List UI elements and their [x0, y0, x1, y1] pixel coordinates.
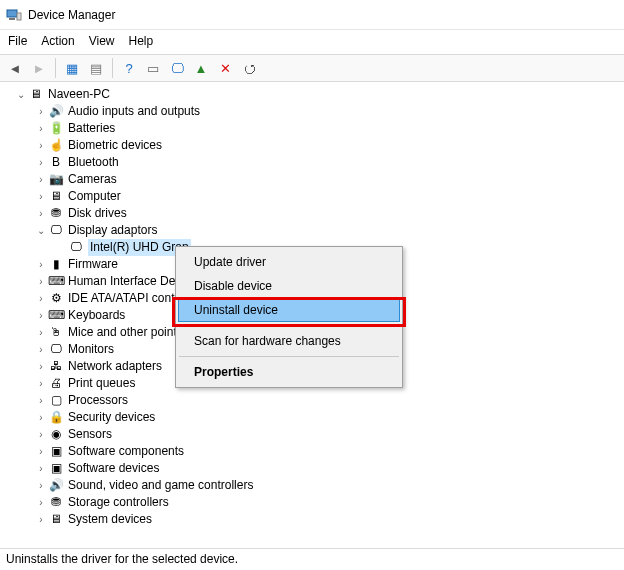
tree-node[interactable]: ›🖥Computer	[6, 188, 622, 205]
expander-icon[interactable]: ›	[34, 443, 48, 460]
menu-update-driver[interactable]: Update driver	[178, 250, 400, 274]
expander-icon[interactable]: ›	[34, 494, 48, 511]
tree-label: Security devices	[68, 409, 155, 426]
menubar: File Action View Help	[0, 30, 624, 54]
menu-uninstall-device[interactable]: Uninstall device	[178, 298, 400, 322]
tree-label: Keyboards	[68, 307, 125, 324]
expander-icon[interactable]: ›	[34, 307, 48, 324]
tree-node[interactable]: ›⛃Disk drives	[6, 205, 622, 222]
tree-node[interactable]: ›☝Biometric devices	[6, 137, 622, 154]
expander-icon[interactable]: ›	[34, 409, 48, 426]
expander-icon[interactable]: ›	[34, 358, 48, 375]
expander-icon[interactable]: ›	[34, 341, 48, 358]
menu-separator	[179, 356, 399, 357]
tree-label: Firmware	[68, 256, 118, 273]
update-scan-icon[interactable]: ⭯	[238, 57, 260, 79]
tree-node[interactable]: ›◉Sensors	[6, 426, 622, 443]
menu-separator	[179, 325, 399, 326]
expander-icon[interactable]: ⌄	[14, 86, 28, 103]
tree-label: Monitors	[68, 341, 114, 358]
tree-node[interactable]: ›🖥System devices	[6, 511, 622, 528]
expander-icon[interactable]: ›	[34, 477, 48, 494]
menu-properties[interactable]: Properties	[178, 360, 400, 384]
tree-node[interactable]: ›BBluetooth	[6, 154, 622, 171]
tree-node[interactable]: ›▢Processors	[6, 392, 622, 409]
expander-icon[interactable]: ›	[34, 137, 48, 154]
expander-icon[interactable]: ›	[34, 426, 48, 443]
svg-rect-2	[17, 13, 21, 20]
menu-help[interactable]: Help	[129, 34, 154, 48]
forward-icon[interactable]: ►	[28, 57, 50, 79]
tree-label: Batteries	[68, 120, 115, 137]
menu-view[interactable]: View	[89, 34, 115, 48]
toolbar: ◄►▦▤?▭🖵▲✕⭯	[0, 54, 624, 82]
battery-icon: 🔋	[48, 121, 64, 137]
sound-icon: 🔊	[48, 478, 64, 494]
tree-label: Print queues	[68, 375, 135, 392]
scan-window-icon[interactable]: ▭	[142, 57, 164, 79]
expander-icon[interactable]: ⌄	[34, 222, 48, 239]
show-hidden-icon[interactable]: ▦	[61, 57, 83, 79]
monitors-icon: 🖵	[48, 342, 64, 358]
firmware-icon: ▮	[48, 257, 64, 273]
tree-label: Display adaptors	[68, 222, 157, 239]
help-icon[interactable]: ?	[118, 57, 140, 79]
tree-node[interactable]: ›🔋Batteries	[6, 120, 622, 137]
tree-label: Bluetooth	[68, 154, 119, 171]
menu-action[interactable]: Action	[41, 34, 74, 48]
tree-label: Software devices	[68, 460, 159, 477]
expander-icon[interactable]: ›	[34, 256, 48, 273]
expander-icon[interactable]: ›	[34, 324, 48, 341]
tree-node[interactable]: ⌄🖵Display adaptors	[6, 222, 622, 239]
expander-icon[interactable]: ›	[34, 375, 48, 392]
monitor-icon[interactable]: 🖵	[166, 57, 188, 79]
tree-node[interactable]: ›🔊Sound, video and game controllers	[6, 477, 622, 494]
audio-icon: 🔊	[48, 104, 64, 120]
tree-label: Sound, video and game controllers	[68, 477, 253, 494]
tree-label: Biometric devices	[68, 137, 162, 154]
expander-icon[interactable]: ›	[34, 154, 48, 171]
expander-icon[interactable]: ›	[34, 120, 48, 137]
system-icon: 🖥	[48, 512, 64, 528]
gpu-icon: 🖵	[68, 240, 84, 256]
properties-icon[interactable]: ▤	[85, 57, 107, 79]
ide-icon: ⚙	[48, 291, 64, 307]
tree-node[interactable]: ›📷Cameras	[6, 171, 622, 188]
tree-node[interactable]: ›⛃Storage controllers	[6, 494, 622, 511]
expander-icon[interactable]: ›	[34, 511, 48, 528]
window-title: Device Manager	[28, 8, 115, 22]
camera-icon: 📷	[48, 172, 64, 188]
tree-node[interactable]: ›▣Software devices	[6, 460, 622, 477]
network-icon: 🖧	[48, 359, 64, 375]
menu-scan-hardware[interactable]: Scan for hardware changes	[178, 329, 400, 353]
menu-file[interactable]: File	[8, 34, 27, 48]
tree-label: Network adapters	[68, 358, 162, 375]
back-icon[interactable]: ◄	[4, 57, 26, 79]
expander-icon[interactable]: ›	[34, 460, 48, 477]
expander-icon[interactable]: ›	[34, 273, 48, 290]
app-icon	[6, 7, 22, 23]
tree-label: Disk drives	[68, 205, 127, 222]
titlebar: Device Manager	[0, 0, 624, 30]
svg-rect-1	[9, 18, 15, 20]
expander-icon[interactable]: ›	[34, 392, 48, 409]
tree-node[interactable]: ›🔒Security devices	[6, 409, 622, 426]
tree-node[interactable]: ›▣Software components	[6, 443, 622, 460]
sw-dev-icon: ▣	[48, 461, 64, 477]
sw-comp-icon: ▣	[48, 444, 64, 460]
computer-icon: 🖥	[48, 189, 64, 205]
add-legacy-icon[interactable]: ▲	[190, 57, 212, 79]
tree-node[interactable]: ⌄🖥Naveen-PC	[6, 86, 622, 103]
expander-icon[interactable]: ›	[34, 290, 48, 307]
expander-icon[interactable]: ›	[34, 188, 48, 205]
expander-icon[interactable]: ›	[34, 205, 48, 222]
sensor-icon: ◉	[48, 427, 64, 443]
menu-disable-device[interactable]: Disable device	[178, 274, 400, 298]
expander-icon[interactable]: ›	[34, 171, 48, 188]
expander-icon[interactable]: ›	[34, 103, 48, 120]
tree-label: Human Interface De	[68, 273, 175, 290]
remove-icon[interactable]: ✕	[214, 57, 236, 79]
tree-label: Software components	[68, 443, 184, 460]
status-text: Uninstalls the driver for the selected d…	[6, 552, 238, 566]
tree-node[interactable]: ›🔊Audio inputs and outputs	[6, 103, 622, 120]
